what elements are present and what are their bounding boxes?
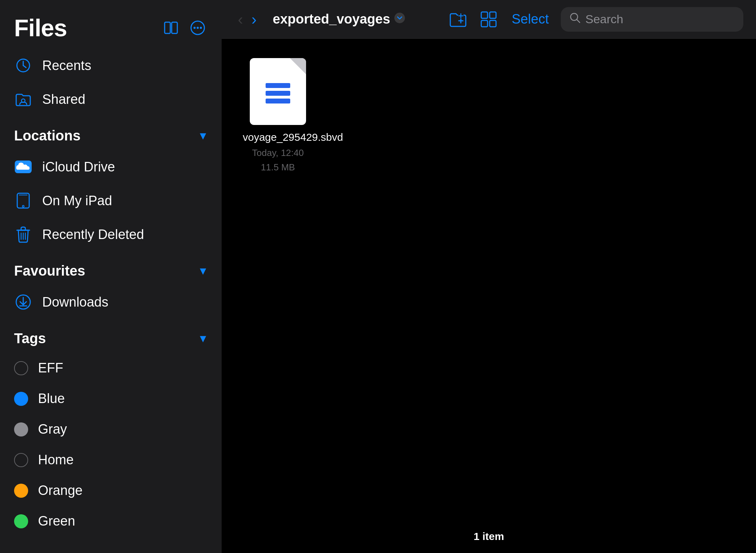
tag-label: Orange <box>38 483 83 498</box>
sidebar-item-icloud-drive[interactable]: iCloud Drive <box>0 150 222 184</box>
ipad-icon <box>14 191 32 210</box>
file-item[interactable]: voyage_295429.sbvd Today, 12:40 11.5 MB <box>243 56 313 173</box>
tag-label: Blue <box>38 391 65 406</box>
file-date: Today, 12:40 <box>252 147 304 158</box>
shared-folder-icon <box>14 90 32 108</box>
search-icon <box>569 12 581 27</box>
sidebar-item-tag-eff[interactable]: EFF <box>0 353 222 383</box>
sidebar-item-label: Downloads <box>42 295 108 310</box>
icloud-icon <box>14 158 32 176</box>
main-content: ‹ › exported_voyages <box>222 0 756 553</box>
svg-rect-28 <box>490 12 496 18</box>
sidebar-toggle-button[interactable] <box>161 18 181 38</box>
sidebar-item-recently-deleted[interactable]: Recently Deleted <box>0 218 222 251</box>
tag-label: Home <box>38 452 74 467</box>
sidebar-item-tag-green[interactable]: Green <box>0 506 222 536</box>
sidebar-item-label: iCloud Drive <box>42 159 115 175</box>
search-bar <box>561 7 743 32</box>
svg-point-12 <box>23 206 24 207</box>
breadcrumb: exported_voyages <box>273 12 406 27</box>
file-name: voyage_295429.sbvd <box>243 130 313 144</box>
sidebar-item-recents[interactable]: Recents <box>0 49 222 82</box>
svg-point-3 <box>193 27 196 29</box>
locations-title: Locations <box>14 128 81 144</box>
grid-view-button[interactable] <box>478 8 500 30</box>
file-document-icon <box>250 58 306 125</box>
favourites-collapse-button[interactable]: ▾ <box>198 262 208 279</box>
tag-gray-dot <box>14 422 28 436</box>
forward-button[interactable]: › <box>248 8 260 30</box>
doc-content <box>266 83 290 103</box>
more-options-button[interactable] <box>188 18 208 38</box>
favourites-section-header: Favourites ▾ <box>0 251 222 285</box>
tag-green-dot <box>14 514 28 528</box>
doc-bar-2 <box>266 91 290 96</box>
tag-blue-dot <box>14 392 28 406</box>
svg-rect-11 <box>17 193 29 208</box>
item-count: 1 item <box>474 530 504 542</box>
sidebar-item-tag-orange[interactable]: Orange <box>0 475 222 506</box>
sidebar-item-tag-home[interactable]: Home <box>0 445 222 475</box>
svg-rect-29 <box>481 20 488 27</box>
tags-collapse-button[interactable]: ▾ <box>198 329 208 347</box>
download-icon <box>14 293 32 311</box>
back-button[interactable]: ‹ <box>234 8 247 30</box>
sidebar-item-label: On My iPad <box>42 193 112 208</box>
sidebar-item-on-my-ipad[interactable]: On My iPad <box>0 184 222 218</box>
svg-line-8 <box>23 65 26 68</box>
tag-eff-dot <box>14 361 28 375</box>
svg-point-21 <box>394 13 405 23</box>
sidebar-item-label: Recents <box>42 58 91 73</box>
sidebar-item-shared[interactable]: Shared <box>0 82 222 116</box>
favourites-title: Favourites <box>14 263 85 279</box>
sidebar-item-label: Shared <box>42 92 85 107</box>
clock-icon <box>14 56 32 75</box>
sidebar-item-tag-blue[interactable]: Blue <box>0 383 222 414</box>
sidebar-item-label: Recently Deleted <box>42 227 144 242</box>
locations-section-header: Locations ▾ <box>0 116 222 150</box>
file-size: 11.5 MB <box>261 162 295 173</box>
sidebar-header: Files <box>0 0 222 49</box>
svg-point-5 <box>200 27 202 29</box>
app-title: Files <box>14 14 67 42</box>
svg-rect-1 <box>172 22 177 33</box>
tag-label: Gray <box>38 422 67 437</box>
svg-rect-0 <box>165 22 170 33</box>
breadcrumb-dropdown-button[interactable] <box>394 12 406 27</box>
sidebar-item-downloads[interactable]: Downloads <box>0 285 222 319</box>
toolbar: ‹ › exported_voyages <box>222 0 756 39</box>
select-button[interactable]: Select <box>508 10 552 29</box>
trash-icon <box>14 225 32 244</box>
tag-home-dot <box>14 453 28 467</box>
breadcrumb-text: exported_voyages <box>273 12 390 27</box>
toolbar-actions: Select <box>447 7 743 32</box>
sidebar: Files <box>0 0 222 553</box>
svg-rect-30 <box>490 20 496 27</box>
file-area: voyage_295429.sbvd Today, 12:40 11.5 MB … <box>222 39 756 553</box>
sidebar-item-tag-gray[interactable]: Gray <box>0 414 222 445</box>
status-bar: 1 item <box>474 530 504 542</box>
tags-title: Tags <box>14 331 46 346</box>
svg-line-32 <box>577 19 580 23</box>
locations-collapse-button[interactable]: ▾ <box>198 127 208 144</box>
toolbar-nav: ‹ › <box>234 8 260 30</box>
svg-point-4 <box>197 27 199 29</box>
tags-section-header: Tags ▾ <box>0 319 222 353</box>
doc-bar-1 <box>266 83 290 88</box>
svg-rect-27 <box>481 12 488 18</box>
tag-label: Green <box>38 514 75 529</box>
tag-orange-dot <box>14 484 28 498</box>
tag-label: EFF <box>38 360 63 376</box>
search-input[interactable] <box>585 12 735 26</box>
doc-bar-3 <box>266 99 290 103</box>
new-folder-button[interactable] <box>447 9 469 30</box>
sidebar-header-icons <box>161 18 208 38</box>
file-icon-wrap <box>246 56 310 127</box>
